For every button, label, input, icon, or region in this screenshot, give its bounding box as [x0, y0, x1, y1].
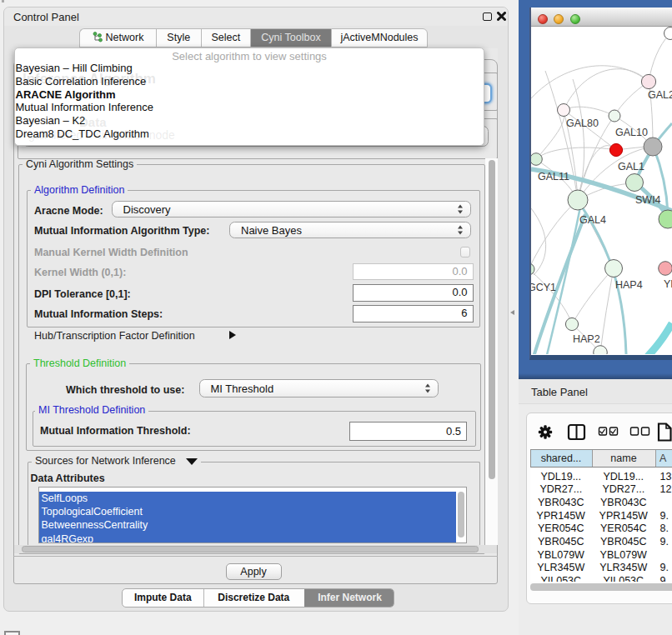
svg-text:GCY1: GCY1: [531, 282, 556, 293]
svg-text:SWI4: SWI4: [635, 194, 661, 206]
svg-text:YM: YM: [664, 278, 672, 290]
svg-text:GAL80: GAL80: [566, 118, 599, 129]
svg-text:GAL2: GAL2: [648, 89, 672, 101]
svg-text:GAL4: GAL4: [579, 214, 606, 226]
svg-text:HAP2: HAP2: [573, 333, 600, 345]
svg-text:HAP4: HAP4: [615, 279, 643, 291]
svg-text:GAL1: GAL1: [618, 161, 644, 172]
svg-text:GAL10: GAL10: [615, 127, 648, 138]
svg-text:GAL11: GAL11: [538, 171, 569, 182]
